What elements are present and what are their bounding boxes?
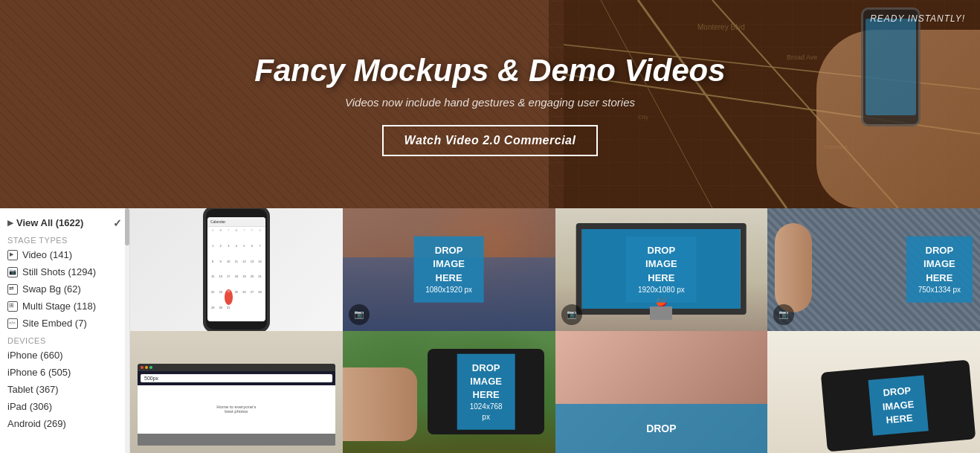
sidebar-item-ipad[interactable]: iPad (306) <box>0 398 129 415</box>
sidebar-item-iphone[interactable]: iPhone (660) <box>0 347 129 364</box>
tablet-label: Tablet <box>7 384 33 395</box>
scrollbar-track[interactable] <box>125 208 129 453</box>
phone-calendar: SMTWTFS 1234567 891011121314 15161718192… <box>207 227 265 321</box>
view-all-count: (1622) <box>56 217 84 228</box>
camera-icon <box>7 267 18 277</box>
view-all-label: View All <box>16 217 53 228</box>
devices-label: Devices <box>0 332 129 347</box>
multi-stage-count: (118) <box>74 301 96 312</box>
site-embed-label: Site Embed <box>22 318 72 329</box>
drop-overlay-8: DROPIMAGEHERE <box>868 376 929 436</box>
sidebar-item-view-all[interactable]: ▶ View All (1622) ✓ <box>0 214 129 231</box>
swap-bg-count: (62) <box>64 283 81 295</box>
camera-icon-cell-2: 📷 <box>349 304 370 325</box>
camera-icon-cell-4: 📷 <box>773 304 794 325</box>
hero-section: Monterey Blvd Broad Ave City Crescent RE… <box>0 0 980 208</box>
cell-4-hand <box>775 223 812 312</box>
camera-icon-cell-3: 📷 <box>561 304 582 325</box>
svg-text:Monterey Blvd: Monterey Blvd <box>697 23 745 31</box>
check-icon: ✓ <box>113 217 122 229</box>
svg-text:Broad Ave: Broad Ave <box>787 54 817 61</box>
laptop-content-text: Home to everyone'sbest photos <box>216 405 256 414</box>
hero-subtitle: Videos now include hand gestures & engag… <box>254 96 725 109</box>
cell-8-tablet: DROPIMAGEHERE <box>821 360 976 452</box>
cell-2-jeans <box>343 257 555 331</box>
video-count: (141) <box>50 249 72 260</box>
multi-stage-label: Multi Stage <box>22 301 71 312</box>
sidebar-item-site-embed[interactable]: Site Embed (7) <box>0 315 129 332</box>
grid-cell-5[interactable]: 500px Home to everyone'sbest photos <box>130 331 343 454</box>
drop-overlay-6: DROPIMAGEHERE1024x768 px <box>457 353 515 430</box>
cell-6-hands <box>343 367 417 441</box>
still-shots-count: (1294) <box>68 266 96 277</box>
phone-mockup: Calendar SMTWTFS 1234567 891011121314 15… <box>203 208 270 331</box>
iphone6-label: iPhone 6 <box>7 367 45 378</box>
main-content: ▶ View All (1622) ✓ Stage Types Video (1… <box>0 208 980 453</box>
laptop-mockup: 500px Home to everyone'sbest photos <box>138 364 335 446</box>
image-grid: Calendar SMTWTFS 1234567 891011121314 15… <box>130 208 980 453</box>
ipad-label: iPad <box>7 401 27 412</box>
sidebar: ▶ View All (1622) ✓ Stage Types Video (1… <box>0 208 130 453</box>
scrollbar-thumb[interactable] <box>125 208 129 245</box>
grid-cell-2[interactable]: DROPIMAGEHERE1080x1920 px 📷 <box>343 208 555 331</box>
grid-cell-7[interactable]: DROP <box>555 331 768 454</box>
url-bar: 500px <box>141 374 332 382</box>
iphone6-count: (505) <box>48 367 71 378</box>
iphone-count: (660) <box>40 350 62 361</box>
sidebar-item-android[interactable]: Android (269) <box>0 415 129 432</box>
grid-cell-4[interactable]: DROPIMAGEHERE750x1334 px 📷 <box>767 208 980 331</box>
sidebar-item-multi-stage[interactable]: Multi Stage (118) <box>0 298 129 315</box>
sidebar-item-still-shots[interactable]: Still Shots (1294) <box>0 263 129 280</box>
android-count: (269) <box>43 418 65 429</box>
hero-content: Fancy Mockups & Demo Videos Videos now i… <box>254 53 725 156</box>
watch-video-button[interactable]: Watch Video 2.0 Commercial <box>382 125 599 156</box>
multi-icon <box>7 301 18 312</box>
grid-cell-6[interactable]: DROPIMAGEHERE1024x768 px <box>343 331 555 454</box>
still-shots-label: Still Shots <box>22 266 65 277</box>
stage-types-label: Stage Types <box>0 231 129 246</box>
sidebar-item-iphone6[interactable]: iPhone 6 (505) <box>0 364 129 381</box>
imac-base <box>650 306 672 320</box>
tablet-count: (367) <box>36 384 58 395</box>
video-label: Video <box>22 249 47 260</box>
sidebar-item-swap-bg[interactable]: Swap Bg (62) <box>0 280 129 298</box>
cell-1-bg: Calendar SMTWTFS 1234567 891011121314 15… <box>130 208 343 331</box>
video-icon <box>7 250 18 260</box>
grid-cell-8[interactable]: DROPIMAGEHERE <box>767 331 980 454</box>
android-label: Android <box>7 418 41 429</box>
drop-overlay-7-partial: DROP <box>555 404 768 453</box>
swap-icon <box>7 284 18 295</box>
laptop-base <box>138 434 335 446</box>
swap-bg-label: Swap Bg <box>22 283 61 295</box>
grid-cell-3[interactable]: 🍎 DROPIMAGEHERE1920x1080 px 📷 <box>555 208 768 331</box>
arrow-icon: ▶ <box>7 219 13 227</box>
sidebar-item-video[interactable]: Video (141) <box>0 246 129 263</box>
site-embed-count: (7) <box>75 318 87 329</box>
laptop-screen: 500px Home to everyone'sbest photos <box>138 364 335 434</box>
grid-cell-1[interactable]: Calendar SMTWTFS 1234567 891011121314 15… <box>130 208 343 331</box>
apple-logo: 🍎 <box>655 295 668 306</box>
phone-screen-header: Calendar <box>207 217 265 227</box>
cell-6-tablet: DROPIMAGEHERE1024x768 px <box>428 349 544 434</box>
sidebar-item-tablet[interactable]: Tablet (367) <box>0 381 129 398</box>
iphone-label: iPhone <box>7 350 37 361</box>
embed-icon <box>7 318 18 329</box>
ready-instantly-label: READY INSTANTLY! <box>870 13 965 24</box>
ipad-count: (306) <box>30 401 52 412</box>
hero-title: Fancy Mockups & Demo Videos <box>254 53 725 89</box>
phone-screen: Calendar SMTWTFS 1234567 891011121314 15… <box>207 217 265 321</box>
